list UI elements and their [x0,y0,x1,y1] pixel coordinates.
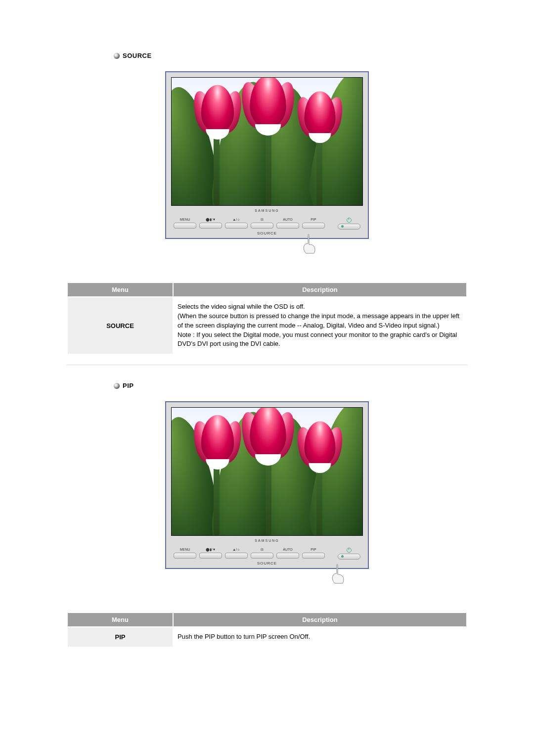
ctrl-up-bright: ▲/☼ [224,218,248,229]
table-pip: Menu Description PIP Push the PIP button… [67,612,467,648]
monitor-screen [171,407,363,536]
ctrl-auto: AUTO [276,218,300,229]
ctrl-power [337,548,361,560]
table-source: Menu Description SOURCE Selects the vide… [67,282,467,355]
pointing-hand-icon [166,236,368,257]
bullet-icon [114,53,120,59]
section-title: PIP [123,382,134,389]
monitor-illustration-pip: SAMSUNG MENU ⬤▮/▼ ▲/☼ ⊟ AUTO PIP SOURCE [67,402,467,587]
monitor-illustration-source: SAMSUNG MENU ⬤▮/▼ ▲/☼ ⊟ AUTO PIP SOURCE [67,72,467,257]
monitor-brand-label: SAMSUNG [171,536,363,545]
menu-cell-pip: PIP [68,627,173,647]
table-header-description: Description [174,283,466,296]
table-row: PIP Push the PIP button to turn PIP scre… [68,627,466,647]
ctrl-down: ⬤▮/▼ [199,218,222,229]
ctrl-up-bright: ▲/☼ [224,548,248,559]
monitor-brand-label: SAMSUNG [171,206,363,215]
table-header-menu: Menu [68,283,173,296]
ctrl-power [337,218,361,230]
monitor-controls: MENU ⬤▮/▼ ▲/☼ ⊟ AUTO PIP [171,215,363,231]
ctrl-auto: AUTO [276,548,300,559]
table-header-description: Description [174,613,466,626]
ctrl-down: ⬤▮/▼ [199,548,222,559]
monitor-controls: MENU ⬤▮/▼ ▲/☼ ⊟ AUTO PIP [171,545,363,561]
desc-cell-source: Selects the video signal while the OSD i… [174,297,466,354]
ctrl-enter: ⊟ [250,218,274,229]
ctrl-pip: PIP [302,218,325,229]
ctrl-menu: MENU [173,218,197,229]
table-row: SOURCE Selects the video signal while th… [68,297,466,354]
power-icon [347,218,352,223]
section-divider [67,365,467,365]
section-heading-pip: PIP [114,382,467,389]
ctrl-menu: MENU [173,548,197,559]
ctrl-pip: PIP [302,548,325,559]
table-header-menu: Menu [68,613,173,626]
section-heading-source: SOURCE [114,52,467,59]
ctrl-enter: ⊟ [250,548,274,559]
monitor-body: SAMSUNG MENU ⬤▮/▼ ▲/☼ ⊟ AUTO PIP SOURCE [166,402,368,568]
power-icon [347,548,352,553]
pointing-hand-icon [166,566,368,587]
bullet-icon [114,383,120,389]
source-caption: SOURCE [171,231,363,236]
desc-cell-pip: Push the PIP button to turn PIP screen O… [174,627,466,647]
section-title: SOURCE [123,52,152,59]
menu-cell-source: SOURCE [68,297,173,354]
monitor-body: SAMSUNG MENU ⬤▮/▼ ▲/☼ ⊟ AUTO PIP SOURCE [166,72,368,238]
monitor-screen [171,77,363,206]
